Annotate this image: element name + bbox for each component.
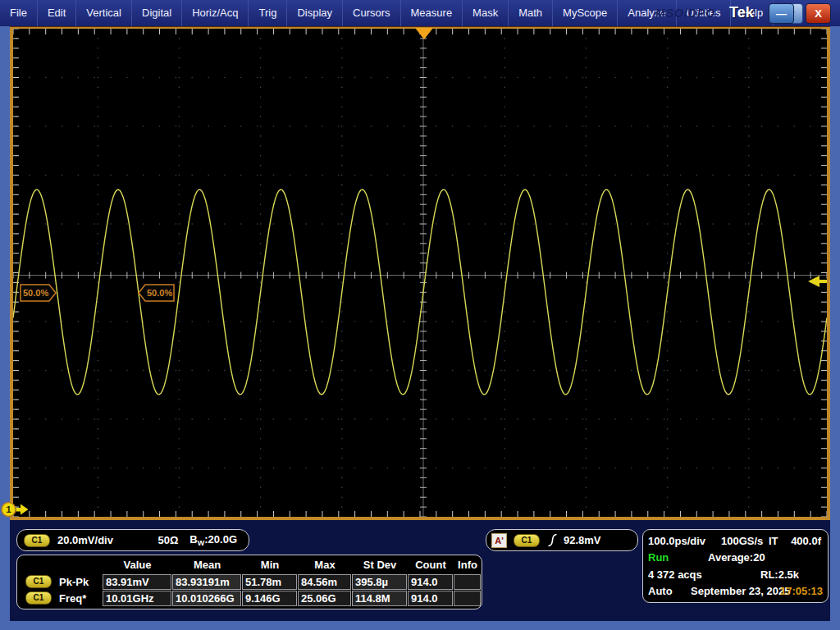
channel1-marker-label: 1 (6, 504, 11, 514)
menu-item-digital[interactable]: Digital (132, 0, 182, 26)
time: 17:05:13 (780, 585, 823, 597)
close-button[interactable]: X (806, 3, 831, 24)
menu-item-measure[interactable]: Measure (401, 0, 463, 26)
trigger-readout[interactable]: A' C1 92.8mV (486, 529, 638, 551)
channel1-position-marker[interactable]: 1 (0, 501, 31, 518)
graticule-frame (10, 25, 830, 520)
channel-badge: C1 (25, 575, 52, 588)
channel-badge: C1 (24, 534, 50, 547)
menu-item-trig[interactable]: Trig (249, 0, 287, 26)
timebase: 100.0ps/div (648, 535, 705, 547)
acquisition-panel[interactable]: 100.0ps/div 100GS/s IT 400.0f Run Averag… (642, 529, 829, 603)
meas-cell: 84.56m (298, 574, 351, 590)
acquisition-count: 4 372 acqs (648, 568, 702, 581)
trigger-level: 92.8mV (564, 534, 601, 546)
trigger-mode: Auto (648, 585, 673, 597)
bandwidth: BW:20.0G (189, 533, 237, 547)
meas-cell: 51.78m (242, 574, 297, 590)
meas-header-st-dev: St Dev (352, 557, 408, 573)
meas-row-label: C1Freq* (24, 590, 103, 606)
menu-item-cursors[interactable]: Cursors (343, 0, 401, 26)
meas-cell (454, 591, 481, 606)
trigger-source-badge: C1 (514, 534, 540, 547)
menu-item-file[interactable]: File (0, 0, 38, 26)
sample-rate: 100GS/s (721, 535, 763, 547)
meas-header-info: Info (454, 557, 482, 573)
menu-item-myscope[interactable]: MyScope (553, 0, 618, 26)
meas-header-max: Max (298, 557, 352, 573)
trigger-position-icon[interactable] (415, 28, 433, 39)
measurement-grid: ValueMeanMinMaxSt DevCountInfoC1Pk-Pk83.… (24, 557, 482, 606)
ref-level-label: 50.0% (147, 288, 172, 298)
meas-header-value: Value (103, 557, 172, 573)
channel-badge: C1 (25, 591, 52, 605)
measurement-table[interactable]: ValueMeanMinMaxSt DevCountInfoC1Pk-Pk83.… (16, 555, 482, 609)
menu-item-display[interactable]: Display (287, 0, 343, 26)
meas-header-mean: Mean (172, 557, 242, 573)
average-count: Average:20 (708, 551, 765, 564)
model-watermark: MSO/DPO (655, 7, 715, 20)
graticule (13, 29, 827, 517)
trigger-event-badge: A' (491, 533, 507, 548)
meas-header-count: Count (408, 557, 454, 573)
menu-item-horiz-acq[interactable]: Horiz/Acq (182, 0, 249, 26)
date: September 23, 2025 (691, 585, 790, 597)
meas-cell: 83.91mV (103, 574, 171, 590)
measurement-name: Pk-Pk (59, 576, 89, 588)
channel1-readout[interactable]: C1 20.0mV/div 50Ω BW:20.0G (16, 529, 249, 551)
run-state: Run (648, 551, 669, 564)
meas-row-label: C1Pk-Pk (24, 573, 103, 590)
sampling-mode: IT (769, 535, 778, 547)
meas-cell: 914.0 (408, 574, 453, 590)
meas-header-corner (24, 557, 103, 573)
rising-edge-icon (547, 533, 558, 547)
vertical-scale: 20.0mV/div (57, 534, 113, 546)
meas-cell: 83.93191m (172, 574, 241, 590)
ref-level-marker-left[interactable]: 50.0% (20, 284, 57, 302)
tek-logo: Tek (729, 4, 754, 21)
menu-item-mask[interactable]: Mask (463, 0, 509, 26)
resolution: 400.0f (791, 535, 821, 547)
meas-header-min: Min (242, 557, 298, 573)
meas-cell: 114.8M (352, 591, 407, 606)
menu-item-edit[interactable]: Edit (38, 0, 76, 26)
minimize-button[interactable]: — (769, 3, 794, 24)
measurement-name: Freq* (59, 592, 86, 605)
tekscope-window: FileEditVerticalDigitalHoriz/AcqTrigDisp… (0, 0, 840, 630)
meas-cell: 914.0 (408, 591, 453, 606)
record-length: RL:2.5k (760, 568, 799, 581)
meas-cell: 25.06G (298, 591, 351, 606)
termination: 50Ω (158, 534, 178, 546)
meas-cell (454, 574, 481, 590)
meas-cell: 10.01GHz (103, 591, 171, 606)
menu-item-vertical[interactable]: Vertical (76, 0, 132, 26)
meas-cell: 10.010266G (172, 591, 241, 606)
meas-cell: 9.146G (242, 591, 297, 606)
menu-bar: FileEditVerticalDigitalHoriz/AcqTrigDisp… (0, 0, 840, 26)
menu-item-math[interactable]: Math (509, 0, 553, 26)
meas-cell: 395.8µ (352, 574, 407, 590)
ref-level-marker-right[interactable]: 50.0% (137, 284, 175, 302)
ref-level-label: 50.0% (23, 288, 48, 298)
